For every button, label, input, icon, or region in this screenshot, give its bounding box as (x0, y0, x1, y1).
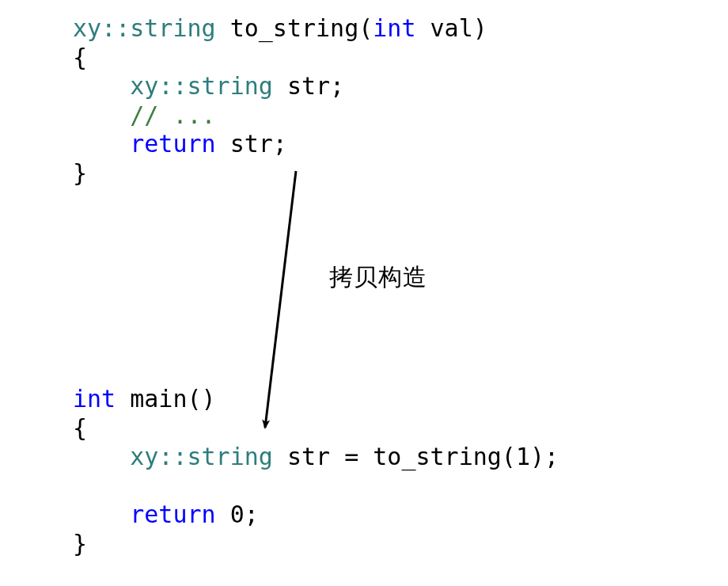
diagram-canvas: xy::string to_string(int val) { xy::stri… (0, 0, 728, 586)
annotation-copy-construct: 拷贝构造 (329, 263, 427, 292)
code-block-main: int main() { xy::string str = to_string(… (73, 385, 559, 559)
code-block-to-string: xy::string to_string(int val) { xy::stri… (73, 14, 487, 188)
